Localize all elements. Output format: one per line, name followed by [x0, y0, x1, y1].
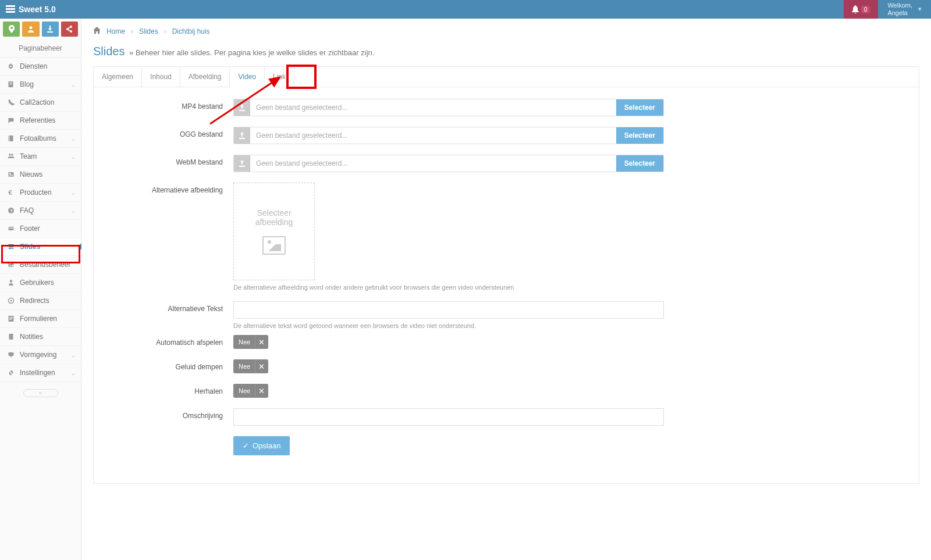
toggle-state: Nee	[234, 384, 255, 397]
home-icon	[93, 27, 101, 35]
sidebar-item-notities[interactable]: Notities	[0, 328, 81, 346]
mp4-file-text: Geen bestand geselecteerd...	[250, 99, 616, 116]
user-icon	[6, 279, 16, 286]
sidebar-item-instellingen[interactable]: Instellingen⌵	[0, 364, 81, 382]
ogg-select-button[interactable]: Selecteer	[616, 127, 663, 144]
mp4-file-input[interactable]: Geen bestand geselecteerd... Selecteer	[233, 99, 664, 116]
sidebar-item-vormgeving[interactable]: Vormgeving⌵	[0, 346, 81, 364]
main-content: Home › Slides › Dichtbij huis Slides » B…	[81, 19, 931, 560]
alt-text-input[interactable]	[233, 301, 664, 319]
autoplay-label: Automatisch afspelen	[105, 335, 233, 349]
alt-image-label: Alternatieve afbeelding	[105, 183, 233, 291]
toggle-state: Nee	[234, 360, 255, 373]
alt-image-picker[interactable]: Selecteer afbeelding	[233, 183, 315, 280]
sidebar-item-label: Gebruikers	[20, 279, 75, 287]
users-icon	[6, 153, 16, 160]
sidebar-item-team[interactable]: Team⌵	[0, 148, 81, 166]
sidebar-item-label: Bestandsbeheer	[20, 261, 75, 269]
mp4-select-button[interactable]: Selecteer	[616, 99, 663, 116]
breadcrumb-slides[interactable]: Slides	[139, 27, 158, 35]
sidebar-item-label: Nieuws	[20, 170, 75, 179]
svg-rect-24	[9, 246, 14, 247]
sidebar-item-gebruikers[interactable]: Gebruikers	[0, 274, 81, 292]
sidebar-item-label: Instellingen	[20, 369, 72, 377]
tab-video[interactable]: Video	[230, 67, 264, 87]
svg-text:€: €	[9, 189, 12, 196]
tab-afbeelding[interactable]: Afbeelding	[180, 67, 230, 87]
sidebar-item-fotoalbums[interactable]: Fotoalbums⌵	[0, 130, 81, 148]
svg-rect-0	[6, 5, 15, 7]
action-location-button[interactable]	[3, 22, 20, 37]
img-picker-line2: afbeelding	[255, 217, 293, 227]
chevron-down-icon: ▾	[918, 5, 922, 13]
svg-point-33	[10, 300, 12, 302]
save-button[interactable]: ✓ Opslaan	[233, 436, 290, 455]
welcome-name: Angela	[887, 9, 912, 17]
action-user-button[interactable]	[22, 22, 39, 37]
mp4-label: MP4 bestand	[105, 99, 233, 116]
svg-rect-17	[9, 176, 13, 176]
tab-inhoud[interactable]: Inhoud	[142, 67, 180, 87]
sidebar-item-faq[interactable]: ?FAQ⌵	[0, 202, 81, 220]
toggle-state: Nee	[234, 336, 255, 348]
breadcrumb-home[interactable]: Home	[106, 27, 125, 35]
sidebar-item-footer[interactable]: Footer	[0, 220, 81, 238]
sidebar-collapse-button[interactable]: «	[23, 389, 58, 397]
action-download-button[interactable]	[42, 22, 59, 37]
svg-rect-1	[6, 8, 15, 10]
sidebar-item-diensten[interactable]: Diensten	[0, 58, 81, 76]
svg-rect-36	[9, 318, 13, 319]
sidebar-item-bestandsbeheer[interactable]: Bestandsbeheer	[0, 256, 81, 274]
svg-rect-37	[9, 319, 12, 320]
chevron-down-icon: ⌵	[72, 370, 75, 376]
repeat-label: Herhalen	[105, 384, 233, 398]
notification-count: 0	[861, 6, 870, 13]
quick-actions	[0, 19, 81, 40]
tab-algemeen[interactable]: Algemeen	[94, 67, 142, 87]
tab-link[interactable]: Link	[265, 67, 294, 87]
sidebar-item-label: Call2action	[20, 98, 75, 106]
webm-select-button[interactable]: Selecteer	[616, 155, 663, 172]
sidebar-item-slides[interactable]: Slides	[0, 238, 81, 256]
repeat-toggle[interactable]: Nee ✕	[233, 384, 268, 398]
sidebar-item-call2action[interactable]: Call2action	[0, 94, 81, 112]
sidebar-item-nieuws[interactable]: Nieuws	[0, 166, 81, 184]
card-icon	[6, 225, 16, 232]
help-icon: ?	[6, 207, 16, 214]
description-label: Omschrijving	[105, 408, 233, 426]
close-icon: ✕	[255, 336, 268, 348]
svg-text:?: ?	[10, 208, 13, 213]
user-menu[interactable]: Welkom, Angela ▾	[878, 0, 931, 19]
chevron-down-icon: ⌵	[72, 81, 75, 88]
ogg-file-input[interactable]: Geen bestand geselecteerd... Selecteer	[233, 127, 664, 144]
ogg-label: OGG bestand	[105, 127, 233, 144]
breadcrumb-sep: ›	[131, 27, 133, 35]
chevron-down-icon: ⌵	[72, 135, 75, 142]
target-icon	[6, 297, 16, 304]
webm-file-input[interactable]: Geen bestand geselecteerd... Selecteer	[233, 155, 664, 172]
sidebar-item-label: Team	[20, 152, 72, 160]
form-icon	[6, 315, 16, 322]
breadcrumb-current[interactable]: Dichtbij huis	[172, 27, 210, 35]
sidebar-item-producten[interactable]: €Producten⌵	[0, 184, 81, 202]
sidebar-item-formulieren[interactable]: Formulieren	[0, 310, 81, 328]
alt-text-label: Alternatieve Tekst	[105, 301, 233, 329]
tabs: AlgemeenInhoudAfbeeldingVideoLink	[94, 67, 919, 87]
svg-point-13	[11, 154, 13, 156]
autoplay-toggle[interactable]: Nee ✕	[233, 335, 268, 349]
sidebar-item-label: Formulieren	[20, 315, 75, 323]
sidebar-item-label: Footer	[20, 224, 75, 233]
action-share-button[interactable]	[61, 22, 78, 37]
brand-text: Sweet 5.0	[19, 5, 56, 14]
sidebar-item-referenties[interactable]: Referenties	[0, 112, 81, 130]
mute-toggle[interactable]: Nee ✕	[233, 359, 268, 373]
notifications-button[interactable]: 0	[844, 0, 879, 19]
chevron-down-icon: ⌵	[72, 154, 75, 160]
chevron-down-icon: ⌵	[72, 208, 75, 214]
alt-image-help: De alternatieve afbeelding word onder an…	[233, 284, 664, 291]
breadcrumb-sep: ›	[164, 27, 166, 35]
description-input[interactable]	[233, 408, 664, 426]
sidebar-item-label: Referenties	[20, 116, 75, 124]
sidebar-item-redirects[interactable]: Redirects	[0, 292, 81, 310]
sidebar-item-blog[interactable]: Blog⌵	[0, 76, 81, 94]
